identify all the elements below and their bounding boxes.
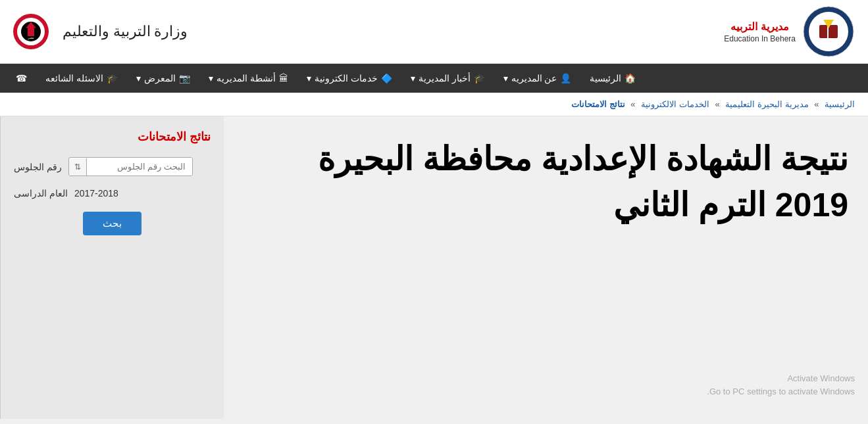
nav-news[interactable]: 🎓 أخبار المديرية ▾ <box>401 65 494 91</box>
sep1: » <box>812 99 819 109</box>
gallery-icon: 📷 <box>179 73 190 83</box>
title-line2: 2019 الترم الثاني <box>318 182 848 228</box>
nav-activities-label: أنشطة المديريه <box>217 73 276 83</box>
nav-gallery-label: المعرض <box>144 73 176 83</box>
activities-dropdown-icon: ▾ <box>209 73 213 83</box>
seat-number-icon-button[interactable]: ⇅ <box>69 158 87 176</box>
nav-home[interactable]: 🏠 الرئيسية <box>580 65 645 91</box>
activate-line2: Go to PC settings to activate Windows. <box>707 385 855 398</box>
activate-line1: Activate Windows <box>707 372 855 385</box>
gallery-dropdown-icon: ▾ <box>136 73 141 83</box>
brand-sub: Education In Behera <box>724 34 796 43</box>
nav-services[interactable]: 🔷 خدمات الكترونية ▾ <box>297 65 401 91</box>
brand-name: مديرية التربيه <box>724 20 796 34</box>
ministry-name: وزارة التربية والتعليم <box>63 23 188 40</box>
nav-home-label: الرئيسية <box>590 73 621 83</box>
breadcrumb-home[interactable]: الرئيسية <box>825 99 855 109</box>
activate-windows-notice: Activate Windows Go to PC settings to ac… <box>707 372 855 398</box>
brand-area: البحيرة مديرية التربيه Education In Behe… <box>724 5 855 58</box>
news-icon: 🎓 <box>474 73 485 83</box>
nav-phone[interactable]: ☎ <box>7 65 36 91</box>
nav-about-label: عن المديريه <box>511 73 557 83</box>
activities-icon: 🏛 <box>279 73 288 83</box>
nav-activities[interactable]: 🏛 أنشطة المديريه ▾ <box>199 65 297 91</box>
svg-rect-9 <box>28 27 34 36</box>
services-dropdown-icon: ▾ <box>307 73 311 83</box>
egypt-emblem-icon: مصر <box>13 14 49 50</box>
breadcrumb: الرئيسية » مديرية البحيرة التعليمية » ال… <box>0 93 868 116</box>
nav-gallery[interactable]: 📷 المعرض ▾ <box>127 65 199 91</box>
svg-text:البحيرة: البحيرة <box>823 12 834 17</box>
about-icon: 👤 <box>560 73 571 83</box>
breadcrumb-eservices[interactable]: الخدمات الالكترونية <box>641 99 709 109</box>
news-dropdown-icon: ▾ <box>411 73 415 83</box>
sep2: » <box>713 99 720 109</box>
nav-news-label: أخبار المديرية <box>419 73 471 83</box>
phone-icon: ☎ <box>16 73 27 83</box>
seat-number-label: رقم الجلوس <box>14 162 62 172</box>
sidebar-form: نتائج الامتحانات ⇅ رقم الجلوس 2017-2018 … <box>0 116 224 419</box>
main-navbar: 🏠 الرئيسية 👤 عن المديريه ▾ 🎓 أخبار المدي… <box>0 64 868 93</box>
services-icon: 🔷 <box>381 73 392 83</box>
seat-number-group: ⇅ رقم الجلوس <box>14 157 211 176</box>
seat-number-input[interactable] <box>87 158 192 176</box>
seat-number-input-wrapper[interactable]: ⇅ <box>68 157 193 176</box>
search-button[interactable]: بحث <box>83 212 141 235</box>
home-icon: 🏠 <box>625 73 636 83</box>
page-header: البحيرة مديرية التربيه Education In Behe… <box>0 0 868 64</box>
nav-faq[interactable]: 🎓 الاسئله الشائعه <box>36 65 127 91</box>
nav-faq-label: الاسئله الشائعه <box>45 73 103 83</box>
page-main-title: نتيجة الشهادة الإعدادية محافظة البحيرة 2… <box>318 136 848 228</box>
academic-year-label: العام الدراسى <box>14 188 68 199</box>
ministry-area: وزارة التربية والتعليم مصر <box>13 14 188 50</box>
nav-services-label: خدمات الكترونية <box>315 73 378 83</box>
brand-text-block: مديرية التربيه Education In Behera <box>724 20 796 43</box>
title-line1: نتيجة الشهادة الإعدادية محافظة البحيرة <box>318 136 848 182</box>
academic-year-group: 2017-2018 العام الدراسى <box>14 188 211 199</box>
svg-text:مصر: مصر <box>27 35 34 40</box>
nav-about[interactable]: 👤 عن المديريه ▾ <box>494 65 581 91</box>
sep3: » <box>628 99 636 109</box>
logo: البحيرة <box>802 5 855 58</box>
faq-icon: 🎓 <box>107 73 118 83</box>
sidebar-title: نتائج الامتحانات <box>14 130 211 144</box>
about-dropdown-icon: ▾ <box>503 73 508 83</box>
breadcrumb-results[interactable]: نتائج الامتحانات <box>571 99 625 109</box>
breadcrumb-directorate[interactable]: مديرية البحيرة التعليمية <box>725 99 808 109</box>
academic-year-value: 2017-2018 <box>74 188 118 199</box>
